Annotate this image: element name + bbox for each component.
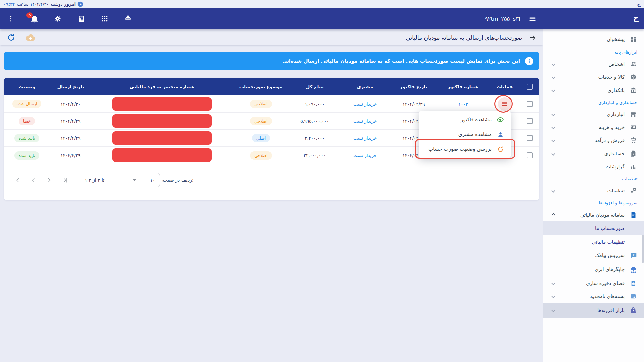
eye-icon — [496, 116, 504, 123]
sidebar-item-reports[interactable]: گزارشات — [543, 160, 644, 173]
info-banner: این بخش برای نمایش لیست صورتحساب هایی اس… — [4, 52, 539, 70]
kebab-menu-icon[interactable] — [6, 14, 15, 23]
sidebar-item-people[interactable]: اشخاص — [543, 57, 644, 70]
status-badge: تایید شده — [14, 151, 40, 160]
chevron-down-icon — [551, 294, 555, 298]
chevron-down-icon — [133, 179, 136, 181]
pagination-range: ۱ تا ۴ از ۴ — [85, 177, 104, 183]
rows-per-page-select[interactable]: ۱۰ — [128, 173, 160, 187]
sidebar-item-label: تنظیمات — [607, 188, 625, 193]
column-header-4: مبلغ کل — [289, 84, 340, 89]
chevron-down-icon — [551, 75, 555, 79]
redacted-tax-id — [112, 114, 212, 128]
customer-link[interactable]: خریدار تست — [340, 135, 390, 141]
chevron-down-icon — [551, 62, 555, 66]
navbar-logo: ح — [633, 13, 639, 23]
invoice-date: ۱۴۰۴/۰۴/۲۹ — [390, 101, 437, 107]
person-icon — [496, 131, 504, 138]
menu-item-label: مشاهده فاکتور — [461, 117, 492, 123]
sidebar-item-sms-service[interactable]: سرویس پیامک — [543, 248, 644, 262]
first-page-button[interactable] — [14, 177, 21, 184]
sidebar-item-tax-system[interactable]: سامانه مودیان مالیاتی — [543, 208, 644, 221]
next-page-button[interactable] — [46, 177, 53, 184]
sidebar-item-label: بازار افزونه‌ها — [597, 308, 625, 313]
dashboard-icon — [629, 35, 637, 43]
sidebar-item-label: کالا و خدمات — [598, 74, 625, 80]
chevron-down-icon — [551, 281, 555, 285]
doc-icon — [629, 149, 637, 158]
sidebar-item-warehousing[interactable]: انبارداری — [543, 108, 644, 121]
select-all-cell — [520, 84, 539, 90]
menu-item[interactable]: مشاهده فاکتور — [419, 112, 511, 127]
cash-icon — [629, 123, 637, 131]
annotation-box — [415, 139, 515, 159]
sidebar-item-banking[interactable]: بانکداری — [543, 83, 644, 97]
back-arrow-icon[interactable] — [529, 34, 536, 41]
refresh-button[interactable] — [7, 33, 16, 42]
storage-icon — [629, 279, 637, 287]
customer-link[interactable]: خریدار تست — [340, 118, 390, 124]
printer-icon — [629, 265, 637, 274]
sidebar-item-addons-market[interactable]: بازار افزونه‌ها — [543, 303, 644, 318]
sidebar-item-accounting[interactable]: حسابداری — [543, 147, 644, 160]
row-checkbox[interactable] — [527, 152, 533, 158]
row-checkbox[interactable] — [527, 101, 533, 107]
bot-icon[interactable] — [123, 14, 133, 23]
gear-icon[interactable] — [53, 14, 62, 23]
sidebar-item-unlimited-packages[interactable]: بسته‌های نامحدود — [543, 290, 644, 303]
sidebar-item-label: صورتحساب ها — [595, 226, 625, 231]
cloud-upload-icon[interactable] — [24, 33, 36, 42]
prev-page-button[interactable] — [30, 177, 37, 184]
rows-per-page-value: ۱۰ — [150, 177, 155, 183]
subject-badge: اصلی — [252, 134, 270, 142]
sidebar-scrollbar[interactable] — [642, 235, 644, 263]
column-header-8: وضعیت — [4, 84, 50, 89]
hamburger-menu-icon[interactable] — [528, 15, 537, 23]
status-badge: خطا — [19, 117, 35, 125]
column-header-3: مشتری — [340, 84, 390, 89]
date: ۱۴۰۴/۴/۳۰ — [30, 2, 49, 7]
row-checkbox[interactable] — [527, 118, 533, 124]
column-header-7: تاریخ ارسال — [50, 84, 92, 89]
column-header-6: شماره منحصر به فرد مالیاتی — [92, 84, 232, 89]
sidebar-item-label: گزارشات — [606, 164, 625, 169]
sidebar-item-dashboard[interactable]: پیشخوان — [543, 32, 644, 46]
sidebar-item-goods-services[interactable]: کالا و خدمات — [543, 70, 644, 83]
row-checkbox[interactable] — [527, 135, 533, 141]
select-all-checkbox[interactable] — [527, 84, 533, 90]
sidebar-item-purchase-expense[interactable]: خرید و هزینه — [543, 121, 644, 134]
subject-badge: اصلاحی — [250, 151, 272, 160]
total-amount: ۲,۲۰۰,۰۰۰ — [289, 135, 340, 141]
sidebar-item-cloud-printers[interactable]: چاپگرهای ابری — [543, 262, 644, 277]
apps-grid-icon[interactable] — [100, 14, 109, 23]
sidebar-item-label: حسابداری — [604, 151, 625, 156]
bank-icon — [629, 86, 637, 94]
sidebar-item-label: اشخاص — [609, 61, 625, 67]
topbar: ح امروز دوشنبه ۱۴۰۴/۴/۳۰ ساعت ۰۹:۳۴ — [0, 0, 644, 8]
sidebar-item-label: سامانه مودیان مالیاتی — [580, 212, 625, 218]
sidebar-item-tax-settings[interactable]: تنظیمات مالیاتی — [543, 235, 644, 248]
sidebar-item-settings[interactable]: تنظیمات — [543, 184, 644, 197]
customer-link[interactable]: خریدار تست — [340, 101, 390, 107]
main-content: صورتحساب‌های ارسالی به سامانه مودیان مال… — [0, 29, 543, 362]
redacted-tax-id — [112, 131, 212, 145]
sidebar-item-label: بسته‌های نامحدود — [590, 294, 625, 299]
navbar-icons — [6, 8, 133, 29]
calculator-icon[interactable] — [76, 14, 86, 23]
datetime: امروز دوشنبه ۱۴۰۴/۴/۳۰ ساعت ۰۹:۳۴ — [3, 1, 83, 7]
brand-logo: ح — [637, 2, 641, 7]
store-icon — [629, 110, 637, 118]
chevron-down-icon — [551, 189, 555, 192]
status-badge: ارسال شده — [12, 100, 41, 108]
send-date: ۱۴۰۴/۴/۲۹ — [50, 135, 92, 141]
sidebar-item-sales-income[interactable]: فروش و درآمد — [543, 134, 644, 147]
invoice-number-link[interactable]: ۱۰۰۳ — [437, 101, 489, 107]
total-amount: ۲۲,۰۰۰,۰۰۰ — [289, 153, 340, 158]
no-icon — [629, 238, 637, 246]
last-page-button[interactable] — [61, 177, 68, 184]
sidebar-item-storage-space[interactable]: فضای ذخیره سازی — [543, 277, 644, 290]
sidebar-item-invoices[interactable]: صورتحساب ها — [543, 221, 644, 235]
weekday: دوشنبه — [50, 2, 62, 7]
customer-link[interactable]: خریدار تست — [340, 153, 390, 158]
notifications-button[interactable] — [30, 14, 39, 23]
